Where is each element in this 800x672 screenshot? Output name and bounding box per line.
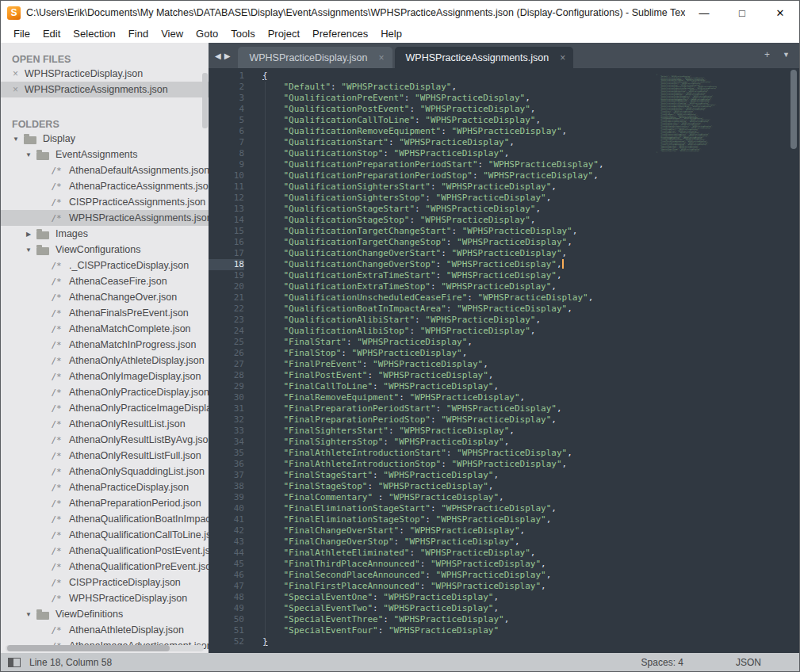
chevron-right-icon[interactable]: ▶ (25, 231, 33, 238)
code-line[interactable]: 4 "QualificationPostEvent": "WPHSPractic… (209, 104, 799, 115)
new-tab-icon[interactable]: + (764, 50, 770, 59)
code-line[interactable]: 9 "QualificationPreparationPeriodStart":… (209, 159, 799, 170)
code-line[interactable]: 45 "FinalThirdPlaceAnnounced": "WPHSPrac… (209, 559, 799, 570)
code-line[interactable]: 51 "SpecialEventFour": "WPHSPracticeDisp… (209, 625, 799, 636)
chevron-down-icon[interactable]: ▼ (25, 151, 33, 158)
tree-file-item[interactable]: /*AthenaQualificationPostEvent.json (1, 543, 209, 559)
code-line[interactable]: 17 "QualificationChangeOverStart": "WPHS… (209, 248, 799, 259)
tree-folder-item[interactable]: ▼ViewConfigurations (1, 242, 209, 258)
code-line[interactable]: 20 "QualificationExtraTimeStop": "WPHSPr… (209, 281, 799, 292)
menu-item-project[interactable]: Project (262, 28, 306, 40)
menu-item-goto[interactable]: Goto (189, 28, 224, 40)
tree-file-item[interactable]: /*AthenaOnlySquaddingList.json (1, 464, 209, 479)
menu-item-preferences[interactable]: Preferences (306, 28, 374, 40)
code-line[interactable]: 47 "FinalFirstPlaceAnnounced": "WPHSPrac… (209, 581, 799, 592)
editor-tab[interactable]: WPHSPracticeAssignments.json× (395, 47, 574, 68)
code-line[interactable]: 16 "QualificationTargetChangeStop": "WPH… (209, 237, 799, 248)
tree-file-item[interactable]: /*AthenaQualificationCallToLine.json (1, 527, 209, 543)
tree-file-item[interactable]: /*AthenaOnlyAthleteDisplay.json (1, 353, 209, 368)
tree-file-item[interactable]: /*AthenaOnlyResultListFull.json (1, 448, 209, 464)
menu-item-tools[interactable]: Tools (224, 28, 261, 40)
code-line[interactable]: 23 "QualificationAlibiStart": "WPHSPract… (209, 315, 799, 326)
code-line[interactable]: 8 "QualificationStop": "WPHSPracticeDisp… (209, 148, 799, 159)
minimize-button[interactable]: — (685, 1, 723, 25)
close-button[interactable]: ✕ (761, 1, 799, 25)
code-line[interactable]: 46 "FinalSecondPlaceAnnounced": "WPHSPra… (209, 570, 799, 581)
tree-folder-item[interactable]: ▼Display (1, 131, 209, 147)
sidebar-vertical-scrollbar[interactable] (202, 73, 208, 128)
code-line[interactable]: 2 "Default": "WPHSPracticeDisplay", (209, 82, 799, 93)
code-line[interactable]: 3 "QualificationPreEvent": "WPHSPractice… (209, 93, 799, 104)
code-line[interactable]: 6 "QualificationRemoveEquipment": "WPHSP… (209, 126, 799, 137)
tree-file-item[interactable]: /*AthenaOnlyImageDisplay.json (1, 368, 209, 384)
close-file-icon[interactable]: × (11, 70, 20, 78)
code-line[interactable]: 42 "FinalChangeOverStart": "WPHSPractice… (209, 525, 799, 536)
tree-folder-item[interactable]: ▼EventAssignments (1, 147, 209, 162)
chevron-down-icon[interactable]: ▼ (25, 246, 33, 254)
code-line[interactable]: 14 "QualificationStageStop": "WPHSPracti… (209, 215, 799, 226)
code-line[interactable]: 21 "QualificationUnscheduledCeaseFire": … (209, 292, 799, 304)
code-line[interactable]: 19 "QualificationExtraTimeStart": "WPHSP… (209, 270, 799, 281)
code-line[interactable]: 1{ (209, 71, 799, 82)
code-line[interactable]: 50 "SpecialEventThree": "WPHSPracticeDis… (209, 614, 799, 625)
code-area[interactable]: 1{2 "Default": "WPHSPracticeDisplay",3 "… (209, 68, 799, 653)
tree-file-item[interactable]: /*AthenaCeaseFire.json (1, 273, 209, 289)
tree-file-item[interactable]: /*AthenaQualificationPreEvent.json (1, 559, 209, 575)
maximize-button[interactable]: □ (723, 1, 761, 25)
tab-close-icon[interactable]: × (560, 52, 565, 63)
code-line[interactable]: 25 "FinalStart": "WPHSPracticeDisplay", (209, 337, 799, 348)
tree-file-item[interactable]: /*AthenaPracticeDisplay.json (1, 479, 209, 495)
tree-file-item[interactable]: /*WPHSPracticeDisplay.json (1, 590, 209, 606)
code-line[interactable]: 32 "FinalPreparationPeriodStop": "WPHSPr… (209, 414, 799, 426)
tree-file-item[interactable]: /*AthenaOnlyResultList.json (1, 416, 209, 432)
menu-item-edit[interactable]: Edit (36, 28, 67, 40)
code-line[interactable]: 11 "QualificationSightersStart": "WPHSPr… (209, 181, 799, 193)
code-line[interactable]: 37 "FinalStageStart": "WPHSPracticeDispl… (209, 470, 799, 481)
code-line[interactable]: 39 "FinalCommentary" : "WPHSPracticeDisp… (209, 492, 799, 503)
tree-file-item[interactable]: /*AthenaOnlyPracticeImageDisplay.json (1, 400, 209, 416)
close-file-icon[interactable]: × (11, 86, 20, 94)
code-line[interactable]: 35 "FinalAthleteIntroductionStart": "WPH… (209, 448, 799, 459)
tree-file-item[interactable]: /*CISPPracticeAssignments.json (1, 194, 209, 210)
syntax-mode[interactable]: JSON (736, 657, 761, 668)
code-line[interactable]: 18 "QualificationChangeOverStop": "WPHSP… (209, 259, 799, 270)
next-tab-icon[interactable]: ▶ (224, 52, 231, 60)
tree-folder-item[interactable]: ▶Images (1, 226, 209, 242)
code-line[interactable]: 5 "QualificationCallToLine": "WPHSPracti… (209, 115, 799, 126)
indent-setting[interactable]: Spaces: 4 (641, 657, 683, 668)
code-line[interactable]: 40 "FinalEliminationStageStart": "WPHSPr… (209, 503, 799, 514)
tree-file-item[interactable]: /*AthenaDefaultAssignments.json (1, 162, 209, 178)
code-line[interactable]: 52} (209, 636, 799, 647)
code-line[interactable]: 10 "QualificationPreparationPeriodStop":… (209, 170, 799, 181)
code-line[interactable]: 22 "QualificationBoatInImpactArea": "WPH… (209, 304, 799, 315)
code-line[interactable]: 27 "FinalPreEvent": "WPHSPracticeDisplay… (209, 359, 799, 370)
prev-tab-icon[interactable]: ◀ (215, 52, 221, 60)
code-line[interactable]: 15 "QualificationTargetChangeStart": "WP… (209, 226, 799, 237)
code-line[interactable]: 43 "FinalChangeOverStop": "WPHSPracticeD… (209, 536, 799, 548)
code-line[interactable]: 33 "FinalSightersStart": "WPHSPracticeDi… (209, 426, 799, 437)
code-line[interactable]: 29 "FinalCallToLine": "WPHSPracticeDispl… (209, 381, 799, 392)
tree-file-item[interactable]: /*WPHSPracticeAssignments.json (1, 210, 209, 226)
editor-tab[interactable]: WPHSPracticeDisplay.json× (238, 47, 392, 68)
tree-file-item[interactable]: /*AthenaQualificationBoatInImpactArea.js… (1, 511, 209, 527)
tree-file-item[interactable]: /*AthenaChangeOver.json (1, 289, 209, 305)
code-line[interactable]: 12 "QualificationSightersStop": "WPHSPra… (209, 193, 799, 204)
tab-close-icon[interactable]: × (379, 52, 385, 63)
code-line[interactable]: 13 "QualificationStageStart": "WPHSPract… (209, 204, 799, 215)
code-line[interactable]: 30 "FinalRemoveEquipment": "WPHSPractice… (209, 392, 799, 403)
open-file-row[interactable]: ×WPHSPracticeDisplay.json (1, 66, 209, 82)
code-line[interactable]: 48 "SpecialEventOne": "WPHSPracticeDispl… (209, 592, 799, 603)
tree-file-item[interactable]: /*AthenaFinalsPreEvent.json (1, 305, 209, 321)
code-line[interactable]: 26 "FinalStop": "WPHSPracticeDisplay", (209, 348, 799, 359)
tree-file-item[interactable]: /*CISPPracticeDisplay.json (1, 575, 209, 590)
menu-item-file[interactable]: File (7, 28, 36, 40)
chevron-down-icon[interactable]: ▼ (12, 136, 20, 143)
menu-item-view[interactable]: View (155, 28, 189, 40)
menu-item-find[interactable]: Find (122, 28, 155, 40)
menu-item-selection[interactable]: Selection (67, 28, 121, 40)
tree-file-item[interactable]: /*AthenaOnlyResultListByAvg.json (1, 432, 209, 448)
sidebar-horizontal-scrollbar[interactable] (6, 645, 204, 651)
code-line[interactable]: 44 "FinalAthleteEliminated": "WPHSPracti… (209, 548, 799, 559)
tree-file-item[interactable]: /*AthenaOnlyPracticeDisplay.json (1, 384, 209, 400)
code-line[interactable]: 31 "FinalPreparationPeriodStart": "WPHSP… (209, 403, 799, 414)
